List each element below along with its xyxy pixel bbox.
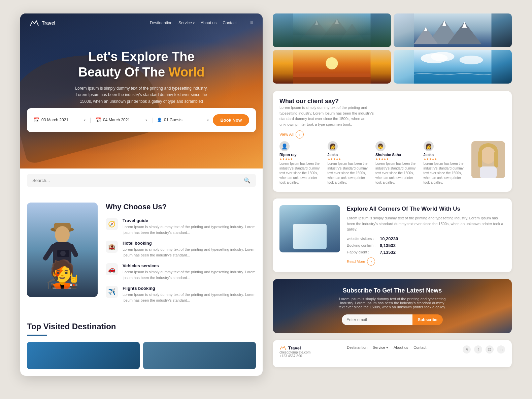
hero-section: Travel Destinantion Service ▾ About us C… bbox=[20, 13, 263, 168]
hero-title: Let's Explore The Beauty Of The World bbox=[40, 49, 242, 80]
footer-website: chesoptemplate.com +123 4567 890 bbox=[279, 350, 310, 358]
search-bar: 🔍 bbox=[27, 174, 256, 187]
photo-ocean-clouds bbox=[394, 50, 512, 84]
logo-text: Travel bbox=[42, 20, 55, 26]
linkedin-icon[interactable]: in bbox=[497, 345, 505, 354]
why-item-vehicles: 🚗 Vehicles services Lorem Ipsum is simpl… bbox=[106, 263, 256, 280]
why-content: Why Choose Us? 🧭 Travel guide Lorem Ipsu… bbox=[106, 203, 256, 308]
svg-rect-35 bbox=[480, 166, 497, 178]
stat-booking: Booking confirm : 8,13532 bbox=[347, 243, 505, 248]
checkout-field[interactable]: 📅 04 March 2021 ▾ bbox=[95, 117, 147, 123]
explore-title: Explore All Corners Of The World With Us bbox=[347, 205, 505, 213]
dest-card-1[interactable] bbox=[27, 342, 140, 369]
sunset-beach-svg bbox=[273, 50, 391, 84]
search-icon[interactable]: 🔍 bbox=[244, 177, 251, 184]
subscribe-button[interactable]: Subscribe bbox=[412, 314, 443, 325]
why-text-travel: Travel guide Lorem Ipsum is simply dummy… bbox=[123, 218, 256, 235]
twitter-icon[interactable]: 𝕏 bbox=[463, 345, 471, 354]
svg-point-34 bbox=[481, 147, 496, 164]
footer-service-chevron: ▾ bbox=[386, 345, 388, 350]
svg-marker-12 bbox=[340, 24, 364, 40]
why-image bbox=[27, 203, 98, 297]
reviewer-4: 👩 Jecka ★★★★★ Lorem Ipsum has been the i… bbox=[424, 141, 468, 185]
featured-reviewer bbox=[471, 141, 505, 178]
reviews-desc: Lorem Ipsum is simply dummy text of the … bbox=[279, 105, 380, 127]
nav-service[interactable]: Service ▾ bbox=[178, 21, 195, 25]
top-visited-section: Top Visited Destination bbox=[20, 318, 263, 376]
explore-desc: Lorem Ipsum is simply dummy text of the … bbox=[347, 215, 505, 232]
right-panel: What our client say? Lorem Ipsum is simp… bbox=[273, 13, 512, 376]
tablet-device bbox=[293, 224, 327, 249]
guests-chevron-icon: ▾ bbox=[207, 118, 209, 122]
calendar-icon: 📅 bbox=[34, 117, 39, 123]
svg-marker-13 bbox=[315, 20, 319, 25]
travel-guide-icon: 🧭 bbox=[106, 218, 118, 230]
footer-service[interactable]: Service ▾ bbox=[373, 345, 388, 350]
svg-point-29 bbox=[431, 52, 455, 61]
footer-about[interactable]: About us bbox=[394, 345, 408, 350]
person-svg bbox=[27, 203, 98, 297]
view-all-button[interactable]: View All › bbox=[279, 130, 380, 139]
date1-chevron-icon: ▾ bbox=[84, 118, 86, 122]
mountain-lake-svg bbox=[273, 13, 391, 47]
stat-visitors: website visitors : 10,20230 bbox=[347, 236, 505, 241]
nav-contact[interactable]: Contact bbox=[223, 21, 236, 25]
hamburger-icon[interactable]: ≡ bbox=[250, 20, 253, 26]
nav-links: Destinantion Service ▾ About us Contact bbox=[150, 21, 236, 25]
reviewer2-avatar: 👩 bbox=[328, 141, 338, 151]
stat-clients: Happy client : 7,13532 bbox=[347, 250, 505, 255]
facebook-icon[interactable]: f bbox=[474, 345, 482, 354]
service-chevron-icon: ▾ bbox=[193, 21, 195, 25]
footer-logo-icon bbox=[279, 345, 286, 350]
photo-mountain-lake bbox=[273, 13, 391, 47]
photo-sunset-beach bbox=[273, 50, 391, 84]
search-input[interactable] bbox=[32, 178, 240, 183]
why-text-flights: Flights booking Lorem Ipsum is simply du… bbox=[123, 286, 256, 303]
email-input[interactable] bbox=[342, 314, 412, 325]
left-panel: Travel Destinantion Service ▾ About us C… bbox=[20, 13, 263, 376]
footer-destination[interactable]: Destinantion bbox=[347, 345, 367, 350]
read-more-button[interactable]: Read More › bbox=[347, 257, 505, 266]
view-all-arrow-icon: › bbox=[296, 130, 304, 139]
why-item-travel: 🧭 Travel guide Lorem Ipsum is simply dum… bbox=[106, 218, 256, 235]
svg-point-24 bbox=[326, 57, 338, 69]
logo-icon bbox=[30, 20, 39, 26]
svg-rect-36 bbox=[478, 151, 482, 167]
checkin-field[interactable]: 📅 03 March 2021 ▾ bbox=[34, 117, 86, 123]
date2-chevron-icon: ▾ bbox=[145, 118, 147, 122]
snowy-mountains-svg bbox=[394, 13, 512, 47]
navigation: Travel Destinantion Service ▾ About us C… bbox=[20, 13, 263, 32]
booking-divider2: | bbox=[151, 117, 153, 124]
svg-marker-11 bbox=[320, 19, 354, 40]
why-text-hotel: Hotel booking Lorem Ipsum is simply dumm… bbox=[123, 241, 256, 258]
svg-point-6 bbox=[60, 251, 66, 256]
reviewer-3: 👨 Shuhabe Saha ★★★★★ Lorem Ipsum has bee… bbox=[375, 141, 420, 185]
guests-field[interactable]: 👤 01 Guests ▾ bbox=[157, 118, 209, 122]
nav-destination[interactable]: Destinantion bbox=[150, 21, 172, 25]
reviewer-2: 👩 Jecka ★★★★★ Lorem Ipsum has been the i… bbox=[328, 141, 372, 185]
footer-logo[interactable]: Travel bbox=[279, 345, 310, 350]
featured-reviewer-image bbox=[471, 141, 505, 178]
logo[interactable]: Travel bbox=[30, 20, 55, 26]
flights-icon: ✈️ bbox=[106, 286, 118, 298]
hotel-icon: 🏨 bbox=[106, 241, 118, 253]
subscribe-form: Subscribe bbox=[342, 314, 443, 325]
reviews-header-left: What our client say? Lorem Ipsum is simp… bbox=[279, 98, 380, 139]
svg-rect-26 bbox=[293, 77, 371, 84]
subscribe-section: Subscribe To Get The Latest News Lorem I… bbox=[273, 279, 512, 333]
subscribe-desc: Lorem Ipsum is simply dummy text of the … bbox=[338, 297, 446, 309]
booking-divider: | bbox=[90, 117, 91, 124]
footer-social: 𝕏 f ◎ in bbox=[463, 345, 505, 354]
explore-content: Explore All Corners Of The World With Us… bbox=[347, 205, 505, 266]
book-now-button[interactable]: Book Now bbox=[213, 114, 249, 126]
footer-top: Travel chesoptemplate.com +123 4567 890 … bbox=[279, 345, 505, 358]
footer-left: Travel chesoptemplate.com +123 4567 890 bbox=[279, 345, 310, 358]
why-choose-section: Why Choose Us? 🧭 Travel guide Lorem Ipsu… bbox=[20, 192, 263, 318]
nav-about[interactable]: About us bbox=[201, 21, 217, 25]
hero-subtitle: Lorem Ipsum is simply dummy text of the … bbox=[74, 85, 209, 105]
dest-card-2[interactable] bbox=[143, 342, 256, 369]
instagram-icon[interactable]: ◎ bbox=[486, 345, 494, 354]
why-title: Why Choose Us? bbox=[106, 203, 256, 211]
footer-contact[interactable]: Contact bbox=[413, 345, 426, 350]
footer-nav: Destinantion Service ▾ About us Contact bbox=[347, 345, 426, 350]
